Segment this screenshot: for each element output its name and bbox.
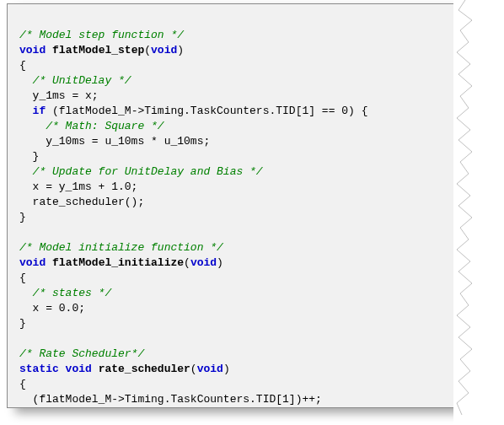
c-text: (flatModel_M->Timing.TaskCounters.TID[1]…	[46, 105, 367, 117]
c-func: flatModel_step	[52, 44, 144, 56]
c-text: }	[19, 211, 26, 223]
c-comment: /* Update for UnitDelay and Bias */	[19, 165, 263, 178]
c-func: flatModel_initialize	[52, 256, 184, 269]
c-text: (flatModel_M->Timing.TaskCounters.TID[1]…	[19, 393, 322, 406]
c-text: {	[19, 272, 26, 284]
c-text: )	[217, 256, 223, 269]
c-keyword: void	[197, 363, 223, 375]
c-text	[19, 332, 26, 345]
c-text: x = 0.0;	[19, 302, 85, 315]
c-text: {	[19, 59, 26, 72]
c-text: (	[144, 44, 151, 56]
c-keyword: if	[33, 105, 46, 117]
c-keyword: void	[19, 44, 46, 56]
c-text: y_10ms = u_10ms * u_10ms;	[19, 135, 210, 148]
c-comment: /* UnitDelay */	[19, 74, 131, 87]
c-text: }	[19, 150, 39, 163]
c-text: x = y_1ms + 1.0;	[19, 180, 137, 193]
c-text: y_1ms = x;	[19, 89, 99, 102]
c-keyword: void	[151, 44, 177, 56]
code-panel: /* Model step function */ void flatModel…	[7, 3, 479, 408]
c-comment: /* Model step function */	[19, 29, 184, 41]
c-comment: /* Math: Square */	[19, 120, 164, 132]
c-comment: /* Model initialize function */	[19, 241, 223, 254]
c-text	[19, 105, 33, 117]
c-text: (	[190, 363, 197, 375]
c-keyword: void	[19, 256, 46, 269]
c-comment: /* Rate Scheduler*/	[19, 347, 144, 360]
c-text: (	[184, 256, 190, 269]
c-text: )	[223, 363, 230, 375]
c-text: }	[19, 317, 26, 330]
c-text: )	[177, 44, 184, 56]
c-keyword: void	[190, 256, 217, 269]
c-keyword: static void	[19, 363, 92, 375]
c-text: rate_scheduler();	[19, 196, 144, 208]
c-func: rate_scheduler	[99, 363, 190, 375]
c-comment: /* states */	[19, 287, 111, 299]
c-text: {	[19, 378, 26, 390]
c-text	[19, 226, 26, 239]
